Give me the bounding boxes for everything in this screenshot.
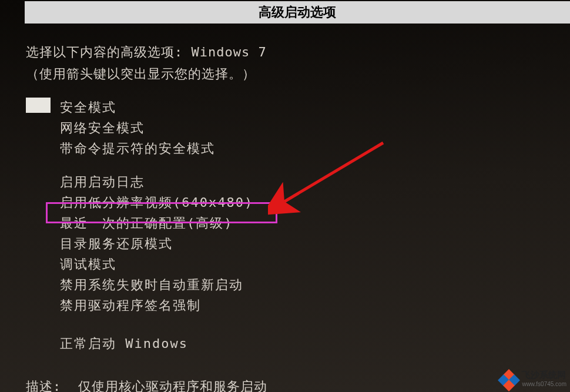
boot-menu-screen: 高级启动选项 选择以下内容的高级选项: Windows 7 （使用箭头键以突出显…: [0, 0, 570, 392]
description-text-1: 仅使用核心驱动程序和服务启动: [78, 379, 267, 392]
intro-os-name: Windows 7: [192, 45, 267, 59]
option-last-known-good[interactable]: 最近一次的正确配置(高级): [60, 213, 544, 233]
boot-options-list: 安全模式 网络安全模式 带命令提示符的安全模式 启用启动日志 启用低分辨率视频(…: [26, 98, 544, 353]
option-start-windows-normally[interactable]: 正常启动 Windows: [60, 334, 544, 353]
watermark-logo-icon: [499, 370, 518, 388]
intro-line-1: 选择以下内容的高级选项: Windows 7: [26, 42, 544, 62]
intro-prefix: 选择以下内容的高级选项:: [26, 45, 192, 59]
option-debug-mode[interactable]: 调试模式: [60, 254, 544, 274]
option-group-3: 正常启动 Windows: [60, 334, 544, 353]
option-group-1: 安全模式 网络安全模式 带命令提示符的安全模式: [60, 98, 544, 158]
option-safe-mode[interactable]: 安全模式: [60, 98, 544, 117]
description-label: 描述:: [26, 379, 61, 392]
intro-line-2: （使用箭头键以突出显示您的选择。）: [26, 64, 544, 83]
watermark-text: 飞沙系统网 www.fs0745.com: [522, 370, 566, 388]
content-area: 选择以下内容的高级选项: Windows 7 （使用箭头键以突出显示您的选择。）…: [0, 24, 570, 392]
option-dsrm[interactable]: 目录服务还原模式: [60, 234, 544, 253]
description-block: 描述: 仅使用核心驱动程序和服务启动 Windows。请在安装新设备或驱动程序后…: [26, 377, 544, 392]
watermark-url: www.fs0745.com: [522, 381, 566, 387]
option-low-res-video[interactable]: 启用低分辨率视频(640x480): [60, 193, 544, 212]
option-boot-logging[interactable]: 启用启动日志: [60, 172, 544, 192]
option-safe-mode-networking[interactable]: 网络安全模式: [60, 118, 544, 138]
title-bar: 高级启动选项: [25, 1, 570, 24]
option-safe-mode-cmd[interactable]: 带命令提示符的安全模式: [60, 139, 544, 158]
option-disable-auto-restart[interactable]: 禁用系统失败时自动重新启动: [60, 275, 544, 294]
option-group-2: 启用启动日志 启用低分辨率视频(640x480) 最近一次的正确配置(高级) 目…: [60, 172, 544, 315]
watermark: 飞沙系统网 www.fs0745.com: [499, 370, 566, 388]
watermark-name: 飞沙系统网: [522, 370, 566, 380]
option-disable-driver-signing[interactable]: 禁用驱动程序签名强制: [60, 296, 544, 315]
